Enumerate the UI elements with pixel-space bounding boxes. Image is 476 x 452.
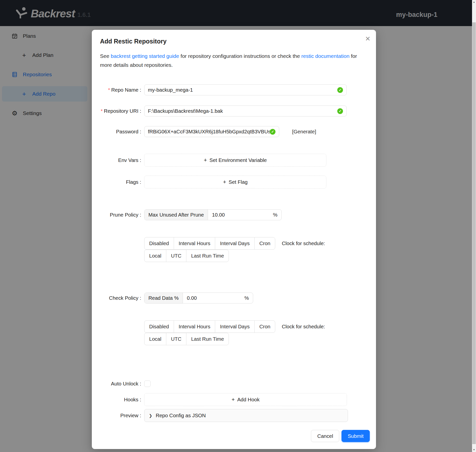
password-input[interactable]: fRBiG06X+aCcF3M3kUXR6j18fuH5bGpxd2qtB3VB… <box>144 126 279 137</box>
auto-unlock-row: Auto Unlock : <box>92 380 370 387</box>
prune-policy-label: Prune Policy : <box>92 212 144 218</box>
flags-label: Flags : <box>92 179 144 185</box>
percent-suffix: % <box>273 212 277 218</box>
add-hook-label: Add Hook <box>237 397 260 403</box>
hooks-row: Hooks : + Add Hook <box>92 393 370 406</box>
radio-interval-days[interactable]: Interval Days <box>215 320 255 333</box>
repo-uri-label: *Repository URI : <box>92 108 144 114</box>
check-frequency-group: Disabled Interval Hours Interval Days Cr… <box>144 320 275 333</box>
flags-row: Flags : + Set Flag <box>92 176 370 188</box>
password-row: Password : fRBiG06X+aCcF3M3kUXR6j18fuH5b… <box>92 126 370 137</box>
set-environment-variable-label: Set Environment Variable <box>209 157 267 163</box>
radio-disabled[interactable]: Disabled <box>144 237 174 250</box>
prune-schedule-clock-row: Local UTC Last Run Time <box>92 250 370 262</box>
repo-config-json-collapse[interactable]: ❯ Repo Config as JSON <box>144 409 348 422</box>
set-flag-label: Set Flag <box>229 179 247 185</box>
percent-suffix: % <box>244 295 249 301</box>
cancel-button[interactable]: Cancel <box>311 430 339 442</box>
intro-text: See <box>100 53 111 59</box>
prune-schedule-frequency-row: Disabled Interval Hours Interval Days Cr… <box>92 237 370 250</box>
env-vars-row: Env Vars : + Set Environment Variable <box>92 154 370 167</box>
intro-text: for repository configuration instruction… <box>179 53 302 59</box>
radio-local[interactable]: Local <box>144 333 166 345</box>
required-asterisk: * <box>108 87 110 93</box>
radio-interval-days[interactable]: Interval Days <box>215 237 255 250</box>
check-clock-group: Local UTC Last Run Time <box>144 333 229 345</box>
prune-percent-value: 10.00 <box>212 212 273 218</box>
plus-icon: + <box>223 179 226 185</box>
password-label: Password : <box>92 129 144 135</box>
check-addon-label: Read Data % <box>144 293 183 303</box>
valid-check-icon: ✓ <box>337 87 343 93</box>
generate-password-link[interactable]: [Generate] <box>292 129 316 135</box>
check-policy-label: Check Policy : <box>92 295 144 301</box>
close-icon[interactable]: ✕ <box>363 34 373 44</box>
repo-name-value: my-backup_mega-1 <box>148 87 337 93</box>
prune-policy-input-group: Max Unused After Prune 10.00 % <box>144 209 282 220</box>
prune-addon-label: Max Unused After Prune <box>144 210 208 220</box>
plus-icon: + <box>204 157 207 163</box>
restic-docs-link[interactable]: restic documentation <box>301 53 349 59</box>
clock-for-schedule-label: Clock for schedule: <box>282 237 325 250</box>
required-asterisk: * <box>101 108 103 114</box>
hooks-label: Hooks : <box>92 397 144 403</box>
radio-utc[interactable]: UTC <box>166 250 186 262</box>
repo-uri-input[interactable]: F:\Backups\Backrest\Mega-1.bak ✓ <box>144 106 347 116</box>
preview-label: Preview : <box>92 413 144 418</box>
repo-config-json-label: Repo Config as JSON <box>156 413 206 418</box>
modal-description: See backrest getting started guide for r… <box>100 52 368 70</box>
auto-unlock-checkbox[interactable] <box>144 380 151 387</box>
radio-cron[interactable]: Cron <box>254 320 275 333</box>
add-hook-button[interactable]: + Add Hook <box>144 393 347 406</box>
check-policy-row: Check Policy : Read Data % 0.00 % <box>92 293 370 303</box>
plus-icon: + <box>232 396 235 403</box>
repo-uri-row: *Repository URI : F:\Backups\Backrest\Me… <box>92 106 370 116</box>
env-vars-label: Env Vars : <box>92 157 144 163</box>
valid-check-icon: ✓ <box>337 108 343 114</box>
prune-percent-input[interactable]: 10.00 % <box>208 210 281 220</box>
password-value: fRBiG06X+aCcF3M3kUXR6j18fuH5bGpxd2qtB3VB… <box>148 129 270 135</box>
scroll-down-icon[interactable]: ▼ <box>472 448 476 452</box>
scroll-up-icon[interactable]: ▲ <box>472 0 476 4</box>
radio-interval-hours[interactable]: Interval Hours <box>174 320 215 333</box>
repo-uri-value: F:\Backups\Backrest\Mega-1.bak <box>148 108 337 114</box>
prune-policy-row: Prune Policy : Max Unused After Prune 10… <box>92 209 370 220</box>
radio-utc[interactable]: UTC <box>166 333 186 345</box>
radio-interval-hours[interactable]: Interval Hours <box>174 237 215 250</box>
page: Backrest 1.6.1 my-backup-1 Plans + <box>0 0 476 452</box>
modal-title: Add Restic Repository <box>100 38 167 45</box>
auto-unlock-label: Auto Unlock : <box>92 381 144 387</box>
radio-last-run-time[interactable]: Last Run Time <box>186 250 229 262</box>
scrollbar-thumb[interactable] <box>472 22 476 444</box>
prune-clock-group: Local UTC Last Run Time <box>144 250 229 262</box>
radio-last-run-time[interactable]: Last Run Time <box>186 333 229 345</box>
preview-row: Preview : ❯ Repo Config as JSON <box>92 409 370 422</box>
repo-name-row: *Repo Name : my-backup_mega-1 ✓ <box>92 84 370 95</box>
clock-for-schedule-label: Clock for schedule: <box>282 320 325 333</box>
submit-button[interactable]: Submit <box>341 430 370 442</box>
check-schedule-frequency-row: Disabled Interval Hours Interval Days Cr… <box>92 320 370 333</box>
vertical-scrollbar[interactable]: ▲ ▼ <box>472 0 476 452</box>
modal-footer: Cancel Submit <box>92 430 370 442</box>
repo-name-label: *Repo Name : <box>92 87 144 93</box>
valid-check-icon: ✓ <box>270 129 275 135</box>
repo-name-input[interactable]: my-backup_mega-1 ✓ <box>144 84 347 95</box>
check-schedule-clock-row: Local UTC Last Run Time <box>92 333 370 345</box>
check-percent-input[interactable]: 0.00 % <box>183 293 253 303</box>
add-restic-repository-modal: ✕ Add Restic Repository See backrest get… <box>92 30 376 449</box>
check-percent-value: 0.00 <box>187 295 244 301</box>
getting-started-link[interactable]: backrest getting started guide <box>111 53 179 59</box>
set-flag-button[interactable]: + Set Flag <box>144 176 326 188</box>
radio-local[interactable]: Local <box>144 250 166 262</box>
radio-cron[interactable]: Cron <box>254 237 275 250</box>
radio-disabled[interactable]: Disabled <box>144 320 174 333</box>
check-policy-input-group: Read Data % 0.00 % <box>144 293 253 303</box>
chevron-right-icon: ❯ <box>149 413 152 418</box>
prune-frequency-group: Disabled Interval Hours Interval Days Cr… <box>144 237 275 250</box>
set-environment-variable-button[interactable]: + Set Environment Variable <box>144 154 326 167</box>
